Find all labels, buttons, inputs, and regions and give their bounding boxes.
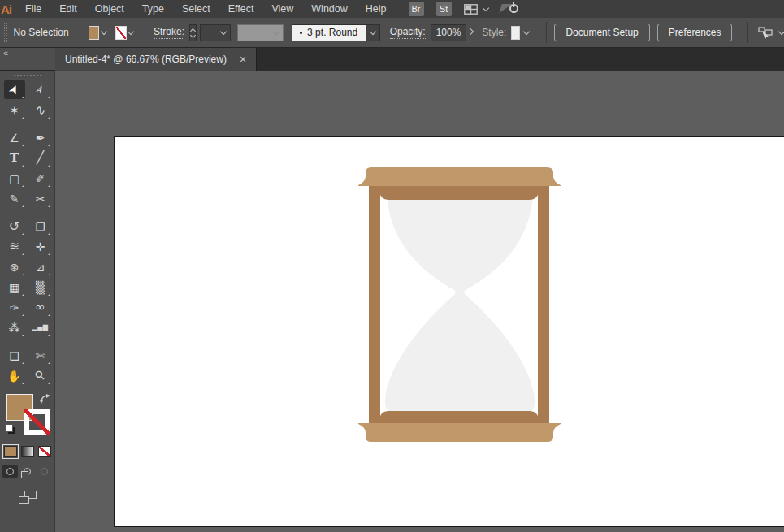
hourglass-illustration[interactable] xyxy=(358,167,561,443)
scissors-tool-icon: ✂ xyxy=(36,193,45,205)
style-dropdown[interactable] xyxy=(523,26,529,40)
menu-select[interactable]: Select xyxy=(173,3,219,15)
scissors-tool[interactable]: ✂ xyxy=(30,189,51,208)
fill-color-dropdown[interactable] xyxy=(101,26,106,40)
workspace-switcher[interactable] xyxy=(464,4,488,15)
width-tool[interactable]: ≋ xyxy=(4,237,25,256)
paintbrush-tool[interactable]: ✐ xyxy=(30,169,51,188)
menu-bar-right: Br St xyxy=(409,2,520,16)
panel-grip[interactable] xyxy=(4,23,7,42)
none-button[interactable] xyxy=(38,446,51,457)
brush-definition-dropdown[interactable]: 3 pt. Round xyxy=(292,24,380,41)
menu-file[interactable]: File xyxy=(16,3,50,15)
puppet-warp-tool[interactable]: ✛ xyxy=(30,237,51,256)
magic-wand-tool[interactable]: ✶ xyxy=(4,101,25,119)
menu-object[interactable]: Object xyxy=(86,3,133,15)
blend-tool[interactable]: ∞ xyxy=(30,298,51,317)
chevron-down-icon xyxy=(482,4,488,11)
stroke-weight-stepper[interactable] xyxy=(189,24,197,41)
chevron-down-icon xyxy=(369,28,375,34)
draw-normal-button[interactable] xyxy=(2,465,18,478)
symbol-sprayer-tool[interactable]: ⁂ xyxy=(4,318,25,337)
chevron-right-icon xyxy=(467,28,474,34)
brush-dropdown-arrow[interactable] xyxy=(366,24,380,41)
color-button[interactable] xyxy=(4,446,17,457)
stroke-weight-dropdown[interactable] xyxy=(200,24,232,41)
mesh-tool-icon: ▦ xyxy=(9,282,19,293)
mesh-tool[interactable]: ▦ xyxy=(4,278,25,296)
select-similar-dropdown[interactable] xyxy=(758,27,784,39)
tools-grid: ➤➢✶∿∠✒T╱▢✐✎✂↺❐≋✛⊛⊿▦▒✑∞⁂▂▅▇❑✄✋⚲ xyxy=(4,80,51,385)
line-segment-tool[interactable]: ╱ xyxy=(30,149,51,167)
stroke-color-swatch[interactable] xyxy=(115,26,127,40)
shape-builder-tool[interactable]: ⊛ xyxy=(4,257,25,276)
gradient-button[interactable] xyxy=(21,446,34,457)
menu-type[interactable]: Type xyxy=(133,3,173,15)
workspace-layout-icon xyxy=(464,4,478,15)
default-fill-stroke-icon[interactable] xyxy=(5,424,15,435)
preferences-button[interactable]: Preferences xyxy=(657,24,733,41)
pen-tool-icon: ✒ xyxy=(36,132,45,144)
stroke-swatch-none[interactable] xyxy=(24,409,50,435)
stock-button[interactable]: St xyxy=(436,2,452,16)
gradient-tool[interactable]: ▒ xyxy=(30,278,51,296)
toolbar-collapse-button[interactable]: « xyxy=(0,48,55,71)
menu-window[interactable]: Window xyxy=(302,3,356,15)
artboard-tool[interactable]: ❑ xyxy=(4,346,25,365)
hand-tool[interactable]: ✋ xyxy=(4,366,25,385)
draw-behind-button[interactable] xyxy=(19,465,35,478)
style-swatch[interactable] xyxy=(511,26,520,40)
type-tool[interactable]: T xyxy=(4,149,25,167)
chevron-down-icon xyxy=(190,32,196,38)
select-similar-icon xyxy=(758,27,773,39)
zoom-tool[interactable]: ⚲ xyxy=(30,366,51,385)
direct-selection-tool[interactable]: ➢ xyxy=(30,80,51,99)
hourglass-top-bar xyxy=(379,185,539,200)
rotate-tool[interactable]: ↺ xyxy=(4,217,25,236)
paintbrush-tool-icon: ✐ xyxy=(36,173,45,184)
rectangle-tool[interactable]: ▢ xyxy=(4,169,25,188)
draw-normal-icon xyxy=(6,468,14,475)
document-tab[interactable]: Untitled-4* @ 66.67% (RGB/Preview) × xyxy=(55,48,257,71)
shaper-tool[interactable]: ✎ xyxy=(4,189,25,208)
opacity-arrow-button[interactable] xyxy=(467,24,474,41)
canvas-pasteboard[interactable] xyxy=(55,71,784,532)
bridge-button[interactable]: Br xyxy=(409,2,424,16)
menu-view[interactable]: View xyxy=(262,3,302,15)
hand-tool-icon: ✋ xyxy=(7,370,21,382)
tab-bar: « Untitled-4* @ 66.67% (RGB/Preview) × xyxy=(0,48,784,71)
selection-tool[interactable]: ➤ xyxy=(4,80,25,99)
curvature-tool[interactable]: ∠ xyxy=(4,128,25,147)
gpu-performance-button[interactable] xyxy=(500,2,520,16)
eyedropper-tool[interactable]: ✑ xyxy=(4,298,25,317)
scale-tool[interactable]: ❐ xyxy=(30,217,51,236)
stroke-color-dropdown[interactable] xyxy=(128,26,134,40)
direct-selection-tool-icon: ➢ xyxy=(32,83,48,97)
gradient-tool-icon: ▒ xyxy=(36,282,45,293)
hourglass-left-post xyxy=(369,185,380,426)
width-tool-icon: ≋ xyxy=(9,240,19,253)
slice-tool[interactable]: ✄ xyxy=(30,346,51,365)
stroke-label[interactable]: Stroke: xyxy=(154,26,184,39)
opacity-label[interactable]: Opacity: xyxy=(390,26,426,39)
toolbar-grip[interactable] xyxy=(14,75,41,76)
swap-fill-stroke-icon[interactable] xyxy=(40,394,50,404)
pen-tool[interactable]: ✒ xyxy=(30,128,51,147)
perspective-grid-tool[interactable]: ⊿ xyxy=(30,257,51,276)
document-setup-button[interactable]: Document Setup xyxy=(554,24,649,41)
selection-status: No Selection xyxy=(14,27,69,38)
close-icon[interactable]: × xyxy=(240,54,246,65)
menu-edit[interactable]: Edit xyxy=(50,3,86,15)
blend-tool-icon: ∞ xyxy=(35,301,45,314)
brush-value[interactable]: 3 pt. Round xyxy=(292,24,366,41)
artboard[interactable] xyxy=(114,136,784,527)
menu-help[interactable]: Help xyxy=(357,3,396,15)
screen-mode-button[interactable] xyxy=(19,491,37,504)
lasso-tool[interactable]: ∿ xyxy=(30,101,51,119)
menu-effect[interactable]: Effect xyxy=(219,3,263,15)
fill-color-swatch[interactable] xyxy=(89,26,100,40)
opacity-input[interactable]: 100% xyxy=(431,24,467,41)
column-graph-tool[interactable]: ▂▅▇ xyxy=(30,318,51,337)
illustrator-window: Ai FileEditObjectTypeSelectEffectViewWin… xyxy=(0,0,784,532)
main-area: ➤➢✶∿∠✒T╱▢✐✎✂↺❐≋✛⊛⊿▦▒✑∞⁂▂▅▇❑✄✋⚲ xyxy=(0,71,784,532)
